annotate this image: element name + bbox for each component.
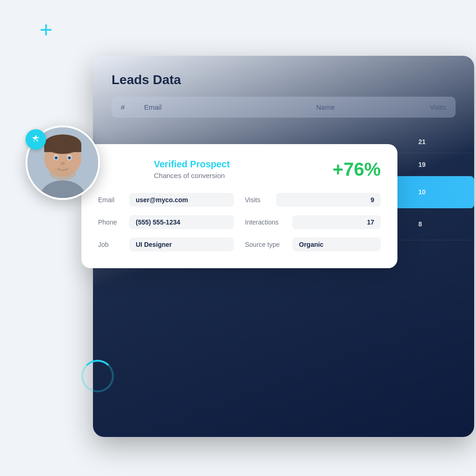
- job-field-row: Job UI Designer: [98, 238, 234, 251]
- detail-fields: Email user@myco.com Visits 9 Phone (555)…: [98, 193, 381, 251]
- interactions-field-row: Interactions 17: [245, 215, 381, 229]
- phone-value: (555) 555-1234: [129, 215, 234, 229]
- source-value: Organic: [292, 238, 381, 251]
- verified-badge: [26, 129, 46, 150]
- job-value: UI Designer: [129, 238, 234, 251]
- table-header: Leads Data # Email Name Visits: [93, 56, 474, 127]
- svg-point-14: [50, 167, 76, 181]
- phone-field-row: Phone (555) 555-1234: [98, 215, 234, 229]
- svg-point-13: [60, 162, 65, 165]
- svg-rect-6: [44, 144, 81, 152]
- row-visits: 19: [418, 161, 465, 168]
- prospect-label: Verified Prospect: [154, 159, 230, 170]
- email-field-row: Email user@myco.com: [98, 193, 234, 207]
- visits-field-row: Visits 9: [245, 193, 381, 207]
- email-value: user@myco.com: [129, 193, 234, 207]
- detail-card: Verified Prospect Chances of conversion …: [81, 144, 397, 268]
- page-title: Leads Data: [112, 73, 456, 87]
- loading-indicator: [81, 360, 114, 392]
- source-label: Source type: [245, 241, 287, 248]
- interactions-value: 17: [292, 215, 381, 229]
- column-headers: # Email Name Visits: [112, 97, 456, 118]
- conversion-percentage: +76%: [333, 159, 381, 180]
- row-visits: 10: [418, 188, 465, 196]
- visits-value: 9: [276, 193, 381, 207]
- row-visits: 8: [418, 220, 465, 228]
- email-label: Email: [98, 196, 124, 204]
- col-name: Name: [316, 103, 400, 111]
- visits-label: Visits: [245, 196, 271, 204]
- interactions-label: Interactions: [245, 218, 287, 226]
- checkmark-icon: [30, 134, 41, 145]
- prospect-info: Verified Prospect Chances of conversion: [154, 159, 230, 179]
- phone-label: Phone: [98, 218, 124, 226]
- job-label: Job: [98, 241, 124, 248]
- scene: + Leads Data # Email Name Visits 21: [0, 0, 476, 476]
- detail-header: Verified Prospect Chances of conversion …: [98, 159, 381, 180]
- conversion-label: Chances of conversion: [154, 172, 230, 179]
- col-email: Email: [144, 103, 316, 111]
- row-visits: 21: [418, 138, 465, 145]
- col-hash: #: [121, 103, 144, 111]
- plus-icon: +: [40, 19, 53, 41]
- source-field-row: Source type Organic: [245, 238, 381, 251]
- svg-point-12: [68, 157, 70, 159]
- col-visits: Visits: [400, 103, 446, 111]
- svg-point-11: [55, 157, 57, 159]
